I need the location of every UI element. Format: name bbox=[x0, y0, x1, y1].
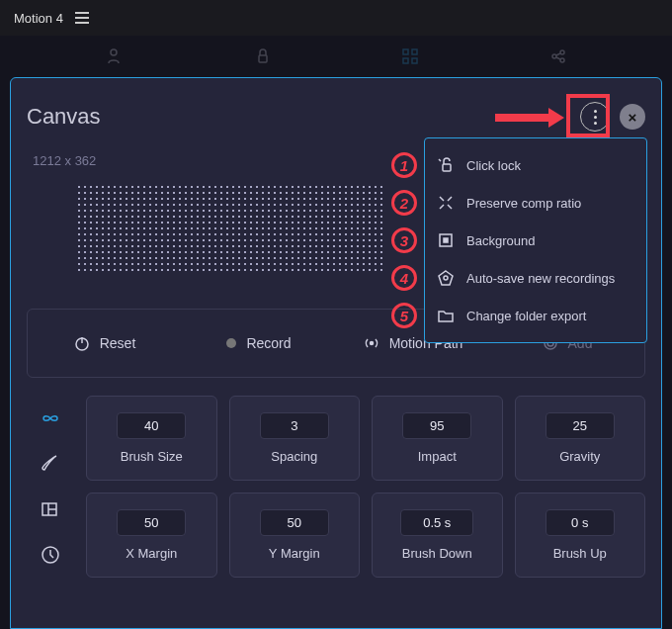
folder-icon bbox=[437, 307, 455, 324]
param-brush-down: 0.5 s Brush Down bbox=[372, 493, 503, 578]
svg-marker-14 bbox=[439, 271, 453, 285]
menu-background[interactable]: 3 Background bbox=[425, 222, 646, 259]
broadcast-icon bbox=[364, 335, 379, 351]
param-label: X Margin bbox=[126, 546, 177, 561]
svg-point-18 bbox=[370, 342, 373, 345]
record-button[interactable]: Record bbox=[188, 319, 330, 367]
menu-click-lock[interactable]: 1 Click lock bbox=[425, 146, 646, 184]
param-value[interactable]: 40 bbox=[117, 412, 186, 439]
param-gravity: 25 Gravity bbox=[515, 396, 646, 481]
svg-point-6 bbox=[552, 54, 556, 58]
record-icon bbox=[226, 338, 236, 348]
menu-item-label: Change folder export bbox=[466, 309, 586, 323]
pentagon-icon bbox=[437, 269, 455, 287]
svg-rect-3 bbox=[412, 49, 417, 54]
svg-rect-13 bbox=[444, 238, 448, 242]
canvas-preview[interactable] bbox=[76, 184, 384, 273]
svg-marker-10 bbox=[548, 108, 564, 128]
param-value[interactable]: 0.5 s bbox=[400, 509, 473, 536]
svg-rect-2 bbox=[403, 49, 408, 54]
svg-point-0 bbox=[111, 49, 117, 55]
param-label: Gravity bbox=[559, 449, 600, 464]
annotation-number: 3 bbox=[391, 227, 417, 253]
generic-icon[interactable] bbox=[253, 47, 271, 65]
param-value[interactable]: 50 bbox=[260, 509, 329, 536]
svg-point-7 bbox=[560, 50, 564, 54]
param-brush-up: 0 s Brush Up bbox=[515, 493, 646, 578]
button-label: Reset bbox=[100, 335, 136, 351]
panel-header: Canvas × 1 Click lock 2 Preserve comp ra… bbox=[27, 92, 645, 141]
param-label: Y Margin bbox=[269, 546, 320, 561]
expand-icon bbox=[437, 194, 455, 212]
svg-point-8 bbox=[560, 58, 564, 62]
more-options-button[interactable] bbox=[580, 102, 610, 132]
svg-rect-4 bbox=[403, 58, 408, 63]
annotation-number: 4 bbox=[391, 265, 417, 291]
app-title: Motion 4 bbox=[14, 11, 63, 26]
square-dot-icon bbox=[437, 231, 455, 249]
param-label: Brush Up bbox=[553, 546, 607, 561]
reset-button[interactable]: Reset bbox=[34, 319, 176, 367]
svg-rect-5 bbox=[412, 58, 417, 63]
svg-rect-1 bbox=[259, 55, 267, 62]
svg-rect-11 bbox=[443, 164, 451, 171]
button-label: Record bbox=[246, 335, 291, 351]
canvas-panel: Canvas × 1 Click lock 2 Preserve comp ra… bbox=[10, 77, 662, 629]
param-spacing: 3 Spacing bbox=[229, 396, 361, 481]
menu-autosave[interactable]: 4 Auto-save new recordings bbox=[425, 259, 646, 297]
tab-strip bbox=[0, 36, 672, 77]
parameters-grid: 40 Brush Size 3 Spacing 95 Impact 25 Gra… bbox=[86, 396, 645, 578]
menu-item-label: Click lock bbox=[466, 158, 521, 173]
param-value[interactable]: 50 bbox=[117, 509, 186, 536]
menu-item-label: Preserve comp ratio bbox=[466, 196, 581, 211]
param-value[interactable]: 0 s bbox=[546, 509, 615, 536]
menu-icon[interactable] bbox=[75, 12, 89, 24]
generic-icon[interactable] bbox=[105, 47, 123, 65]
menu-change-folder[interactable]: 5 Change folder export bbox=[425, 297, 646, 334]
param-impact: 95 Impact bbox=[372, 396, 503, 481]
generic-icon[interactable] bbox=[549, 47, 567, 65]
svg-point-15 bbox=[444, 276, 448, 280]
annotation-arrow bbox=[495, 106, 564, 130]
brush-tool[interactable] bbox=[40, 453, 61, 475]
param-value[interactable]: 95 bbox=[402, 412, 471, 439]
options-dropdown: 1 Click lock 2 Preserve comp ratio 3 Bac… bbox=[424, 137, 647, 343]
param-y-margin: 50 Y Margin bbox=[229, 493, 361, 578]
lock-icon bbox=[437, 156, 455, 174]
kebab-icon bbox=[594, 110, 597, 125]
param-label: Brush Size bbox=[121, 449, 183, 464]
menu-item-label: Auto-save new recordings bbox=[466, 271, 615, 286]
param-label: Spacing bbox=[271, 449, 317, 464]
param-label: Impact bbox=[418, 449, 457, 464]
bottom-section: 40 Brush Size 3 Spacing 95 Impact 25 Gra… bbox=[27, 396, 645, 578]
param-label: Brush Down bbox=[402, 546, 472, 561]
generic-icon[interactable] bbox=[401, 47, 419, 65]
close-button[interactable]: × bbox=[620, 104, 645, 130]
layout-tool[interactable] bbox=[40, 498, 61, 520]
panel-title: Canvas bbox=[27, 104, 101, 130]
app-topbar: Motion 4 bbox=[0, 0, 672, 36]
param-value[interactable]: 3 bbox=[260, 412, 329, 439]
param-value[interactable]: 25 bbox=[546, 412, 615, 439]
param-brush-size: 40 Brush Size bbox=[86, 396, 217, 481]
tool-sidebar bbox=[27, 396, 74, 578]
param-x-margin: 50 X Margin bbox=[86, 493, 217, 578]
menu-preserve-ratio[interactable]: 2 Preserve comp ratio bbox=[425, 184, 646, 222]
power-icon bbox=[74, 335, 90, 351]
menu-item-label: Background bbox=[466, 233, 535, 248]
annotation-number: 2 bbox=[391, 190, 417, 216]
clock-tool[interactable] bbox=[40, 544, 61, 566]
infinity-tool[interactable] bbox=[40, 407, 61, 429]
